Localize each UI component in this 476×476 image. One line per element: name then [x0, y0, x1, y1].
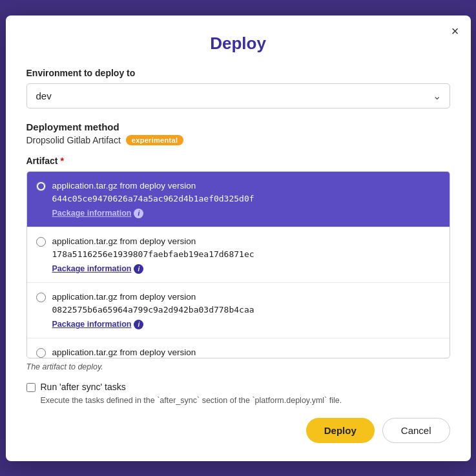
artifact-item-2-title: application.tar.gz from deploy version — [52, 235, 254, 248]
artifact-item-3-row: application.tar.gz from deploy version 0… — [36, 291, 440, 331]
artifact-item-2-pkg-info[interactable]: Package information i — [52, 263, 144, 275]
deploy-modal: × Deploy Environment to deploy to dev st… — [6, 16, 471, 461]
package-information-3-label: Package information — [52, 318, 132, 331]
artifact-item-2[interactable]: application.tar.gz from deploy version 1… — [27, 227, 450, 283]
artifact-item-3[interactable]: application.tar.gz from deploy version 0… — [27, 283, 450, 338]
artifact-item-3-text: application.tar.gz from deploy version 0… — [52, 291, 254, 331]
artifact-item-2-row: application.tar.gz from deploy version 1… — [36, 235, 440, 276]
artifact-list[interactable]: application.tar.gz from deploy version 6… — [26, 171, 450, 358]
modal-overlay: × Deploy Environment to deploy to dev st… — [0, 0, 476, 476]
info-icon-3: i — [134, 320, 143, 329]
artifact-item-1-title: application.tar.gz from deploy version — [52, 180, 254, 192]
environment-select-wrapper: dev staging production ⌄ — [26, 83, 450, 109]
close-button[interactable]: × — [451, 25, 459, 37]
artifact-item-1-text: application.tar.gz from deploy version 6… — [52, 180, 254, 220]
deployment-method-name: Dropsolid Gitlab Artifact — [26, 135, 121, 145]
artifact-item-4-text: application.tar.gz from deploy version e… — [52, 346, 254, 358]
artifact-item-4[interactable]: application.tar.gz from deploy version e… — [27, 338, 450, 358]
footer-buttons: Deploy Cancel — [26, 418, 450, 443]
artifact-radio-2[interactable] — [36, 237, 46, 247]
experimental-badge: experimental — [126, 135, 183, 145]
artifact-item-4-row: application.tar.gz from deploy version e… — [36, 346, 440, 358]
artifact-item-3-title: application.tar.gz from deploy version — [52, 291, 254, 304]
modal-title: Deploy — [26, 34, 450, 54]
environment-select[interactable]: dev staging production — [26, 83, 450, 109]
cancel-button[interactable]: Cancel — [382, 418, 450, 443]
artifact-radio-4[interactable] — [36, 348, 46, 358]
artifact-item-1-pkg-info[interactable]: Package information i — [52, 207, 144, 220]
artifact-item-3-hash: 0822575b6a65964a799c9a2d942ba03d778b4caa — [52, 304, 254, 316]
after-sync-row: Run 'after sync' tasks — [26, 382, 450, 392]
info-icon-2: i — [134, 264, 143, 274]
deployment-method-label: Deployment method — [26, 121, 450, 132]
artifact-item-1[interactable]: application.tar.gz from deploy version 6… — [27, 172, 450, 227]
artifact-radio-3[interactable] — [36, 293, 46, 302]
artifact-label: Artifact — [26, 156, 450, 166]
deployment-method-subtitle: Dropsolid Gitlab Artifact experimental — [26, 135, 450, 145]
info-icon-1: i — [134, 209, 143, 218]
after-sync-label[interactable]: Run 'after sync' tasks — [41, 382, 126, 392]
artifact-item-3-pkg-info[interactable]: Package information i — [52, 318, 144, 331]
artifact-item-1-hash: 644c05ce9470626a74a5ac962d4b1aef0d325d0f — [52, 192, 254, 205]
package-information-2-label: Package information — [52, 263, 132, 275]
artifact-item-2-hash: 178a5116256e1939807faebfaeb19ea17d6871ec — [52, 248, 254, 261]
after-sync-hint: Execute the tasks defined in the `after_… — [41, 396, 450, 405]
artifact-item-2-text: application.tar.gz from deploy version 1… — [52, 235, 254, 276]
environment-label: Environment to deploy to — [26, 68, 450, 78]
artifact-radio-1[interactable] — [36, 181, 46, 191]
artifact-item-4-title: application.tar.gz from deploy version — [52, 346, 254, 358]
artifact-item-1-row: application.tar.gz from deploy version 6… — [36, 180, 440, 220]
after-sync-checkbox[interactable] — [26, 383, 36, 392]
package-information-1-label: Package information — [52, 207, 132, 220]
artifact-hint: The artifact to deploy. — [26, 362, 450, 371]
deploy-button[interactable]: Deploy — [306, 418, 375, 443]
